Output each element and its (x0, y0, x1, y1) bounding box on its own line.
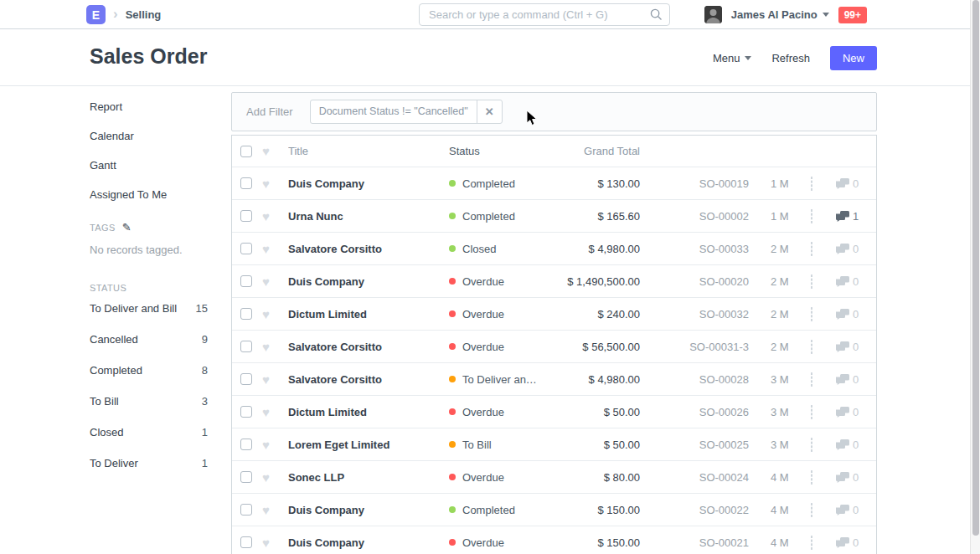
assign-placeholder[interactable] (811, 372, 812, 387)
table-row[interactable]: ♥ Dictum Limited Overdue $ 50.00 SO-0002… (232, 396, 876, 428)
sidebar-view-assigned-to-me[interactable]: Assigned To Me (90, 189, 208, 209)
heart-icon[interactable]: ♥ (262, 210, 288, 223)
notification-badge[interactable]: 99+ (838, 7, 867, 23)
scrollbar-track[interactable] (970, 0, 980, 554)
row-docname-link[interactable]: SO-00019 (640, 177, 749, 190)
sidebar-view-calendar[interactable]: Calendar (90, 131, 208, 151)
row-checkbox[interactable] (240, 341, 252, 352)
row-checkbox[interactable] (240, 504, 252, 516)
row-checkbox[interactable] (240, 406, 252, 418)
row-docname-link[interactable]: SO-00025 (640, 439, 749, 451)
sidebar-status-completed[interactable]: Completed8 (90, 365, 208, 376)
row-title-link[interactable]: Urna Nunc (288, 210, 449, 223)
assign-placeholder[interactable] (811, 405, 812, 419)
row-title-link[interactable]: Salvatore Corsitto (288, 341, 449, 353)
row-checkbox[interactable] (240, 373, 252, 385)
heart-icon[interactable]: ♥ (262, 145, 288, 157)
row-title-link[interactable]: Duis Company (288, 536, 449, 549)
row-checkbox[interactable] (240, 177, 252, 189)
table-row[interactable]: ♥ Duis Company Completed $ 150.00 SO-000… (232, 494, 876, 526)
sidebar-status-to-deliver[interactable]: To Deliver1 (90, 458, 208, 469)
heart-icon[interactable]: ♥ (262, 439, 288, 451)
refresh-button[interactable]: Refresh (771, 52, 810, 64)
comments-button[interactable]: 0 (836, 341, 876, 353)
heart-icon[interactable]: ♥ (262, 406, 288, 418)
search-input[interactable] (429, 8, 650, 21)
row-checkbox[interactable] (240, 275, 252, 287)
comments-button[interactable]: 0 (836, 406, 876, 418)
comments-button[interactable]: 0 (836, 177, 876, 190)
table-row[interactable]: ♥ Duis Company Completed $ 130.00 SO-000… (232, 167, 876, 200)
table-row[interactable]: ♥ Salvatore Corsitto Closed $ 4,980.00 S… (232, 233, 876, 265)
comments-button[interactable]: 0 (836, 536, 876, 549)
heart-icon[interactable]: ♥ (262, 275, 288, 288)
row-checkbox[interactable] (240, 536, 252, 548)
avatar[interactable] (704, 6, 722, 23)
assign-placeholder[interactable] (811, 340, 812, 354)
comments-button[interactable]: 0 (836, 439, 876, 451)
heart-icon[interactable]: ♥ (262, 308, 288, 321)
assign-placeholder[interactable] (811, 503, 812, 517)
table-row[interactable]: ♥ Duis Company Overdue $ 150.00 SO-00021… (232, 526, 876, 554)
comments-button[interactable]: 0 (836, 243, 876, 255)
row-checkbox[interactable] (240, 308, 252, 320)
sidebar-view-gantt[interactable]: Gantt (90, 160, 208, 180)
sidebar-status-to-bill[interactable]: To Bill3 (90, 396, 208, 407)
sidebar-status-to-deliver-and-bill[interactable]: To Deliver and Bill15 (90, 303, 208, 314)
row-title-link[interactable]: Duis Company (288, 504, 449, 516)
filter-chip-label[interactable]: Document Status != "Cancelled" (311, 100, 477, 123)
row-docname-link[interactable]: SO-00026 (640, 406, 749, 418)
row-checkbox[interactable] (240, 243, 252, 254)
row-docname-link[interactable]: SO-00021 (640, 536, 749, 549)
row-title-link[interactable]: Salvatore Corsitto (288, 243, 449, 255)
row-title-link[interactable]: Dictum Limited (288, 308, 449, 321)
row-title-link[interactable]: Lorem Eget Limited (288, 439, 449, 451)
comments-button[interactable]: 0 (836, 471, 876, 484)
comments-button[interactable]: 0 (836, 373, 876, 386)
assign-placeholder[interactable] (811, 177, 812, 191)
row-title-link[interactable]: Duis Company (288, 275, 449, 288)
heart-icon[interactable]: ♥ (262, 177, 288, 190)
row-checkbox[interactable] (240, 210, 252, 222)
heart-icon[interactable]: ♥ (262, 243, 288, 255)
heart-icon[interactable]: ♥ (262, 536, 288, 549)
heart-icon[interactable]: ♥ (262, 341, 288, 353)
row-title-link[interactable]: Dictum Limited (288, 406, 449, 418)
app-logo[interactable]: E (86, 5, 106, 24)
add-filter-button[interactable]: Add Filter (246, 105, 293, 118)
table-row[interactable]: ♥ Duis Company Overdue $ 1,490,500.00 SO… (232, 265, 876, 298)
comments-button[interactable]: 0 (836, 308, 876, 321)
breadcrumb[interactable]: Selling (126, 8, 162, 21)
heart-icon[interactable]: ♥ (262, 471, 288, 484)
row-docname-link[interactable]: SO-00032 (640, 308, 749, 321)
row-docname-link[interactable]: SO-00020 (640, 275, 749, 288)
heart-icon[interactable]: ♥ (262, 373, 288, 386)
assign-placeholder[interactable] (811, 274, 812, 289)
sidebar-status-closed[interactable]: Closed1 (90, 427, 208, 438)
table-row[interactable]: ♥ Salvatore Corsitto To Deliver an… $ 4,… (232, 363, 876, 396)
row-docname-link[interactable]: SO-00022 (640, 504, 749, 516)
comments-button[interactable]: 0 (836, 275, 876, 288)
table-row[interactable]: ♥ Salvatore Corsitto Overdue $ 56,500.00… (232, 331, 876, 363)
select-all-checkbox[interactable] (240, 146, 252, 157)
assign-placeholder[interactable] (811, 438, 812, 452)
assign-placeholder[interactable] (811, 470, 812, 485)
comments-button[interactable]: 1 (836, 210, 876, 223)
table-row[interactable]: ♥ Dictum Limited Overdue $ 240.00 SO-000… (232, 298, 876, 331)
edit-tags-icon[interactable]: ✎ (122, 221, 132, 233)
user-menu[interactable]: James Al Pacino (731, 8, 829, 21)
assign-placeholder[interactable] (811, 242, 812, 256)
row-checkbox[interactable] (240, 471, 252, 483)
assign-placeholder[interactable] (811, 209, 812, 223)
comments-button[interactable]: 0 (836, 504, 876, 516)
row-docname-link[interactable]: SO-00028 (640, 373, 749, 386)
sidebar-view-report[interactable]: Report (90, 101, 208, 121)
row-docname-link[interactable]: SO-00031-3 (640, 341, 749, 353)
row-title-link[interactable]: Sonec LLP (288, 471, 449, 484)
active-filter-chip[interactable]: Document Status != "Cancelled" ✕ (310, 100, 503, 124)
remove-filter-icon[interactable]: ✕ (477, 100, 502, 123)
table-row[interactable]: ♥ Sonec LLP Overdue $ 80.00 SO-00024 4 M… (232, 461, 876, 494)
menu-button[interactable]: Menu (713, 52, 752, 64)
sidebar-status-cancelled[interactable]: Cancelled9 (90, 334, 208, 345)
row-title-link[interactable]: Salvatore Corsitto (288, 373, 449, 386)
